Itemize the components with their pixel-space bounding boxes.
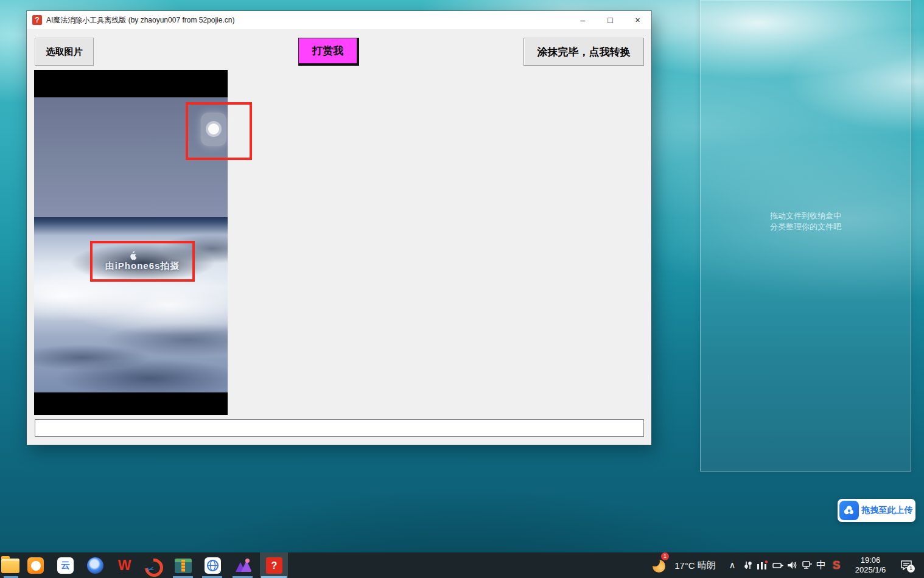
desktop-background: 拖动文件到收纳盒中 分类整理你的文件吧 拖拽至此上传 ? AI魔法消除小工具离线… — [0, 0, 924, 578]
clock-date: 2025/1/6 — [855, 565, 886, 575]
baidu-netdisk-icon — [839, 501, 859, 520]
audio-mixer-icon[interactable] — [741, 552, 755, 578]
blue-circle-browser-icon[interactable] — [87, 557, 103, 574]
taskbar: 云 W ✂ ? 17°C 晴朗 ∧ — [0, 552, 924, 578]
collection-box-panel[interactable]: 拖动文件到收纳盒中 分类整理你的文件吧 — [700, 0, 911, 472]
wps-office-icon[interactable]: W — [116, 557, 133, 574]
weather-moon-icon[interactable] — [653, 560, 665, 573]
globe-browser-icon[interactable] — [205, 557, 221, 574]
speaker-icon[interactable] — [785, 552, 800, 578]
collection-box-hint-line2: 分类整理你的文件吧 — [701, 221, 911, 232]
ime-indicator[interactable]: 中 — [814, 552, 828, 578]
weather-text[interactable]: 17°C 晴朗 — [671, 552, 719, 578]
weather-condition: 晴朗 — [698, 560, 716, 571]
close-button[interactable]: × — [624, 11, 651, 29]
app-icon: ? — [32, 15, 42, 25]
network-icon[interactable] — [800, 552, 814, 578]
smear-annotation-box-camera[interactable] — [186, 102, 252, 160]
file-path-input[interactable] — [35, 419, 644, 437]
minimize-button[interactable]: – — [569, 11, 597, 29]
app-window: ? AI魔法消除小工具离线版 (by zhaoyun007 from 52poj… — [27, 11, 651, 445]
convert-button[interactable]: 涂抹完毕，点我转换 — [523, 38, 644, 66]
notification-badge: 1 — [907, 565, 915, 573]
taskbar-clock[interactable]: 19:06 2025/1/6 — [849, 552, 892, 578]
screenshot-tool-icon[interactable]: ✂ — [145, 557, 162, 574]
smear-annotation-box-watermark[interactable] — [90, 241, 195, 282]
file-explorer-icon[interactable] — [1, 559, 19, 573]
weather-temp: 17°C — [674, 560, 695, 571]
clock-time: 19:06 — [861, 555, 881, 565]
zip-archiver-icon[interactable] — [175, 559, 192, 573]
photo-viewer-icon[interactable] — [235, 557, 251, 574]
donate-button[interactable]: 打赏我 — [298, 38, 359, 66]
ai-eraser-app-icon[interactable]: ? — [266, 557, 282, 574]
weather-badge: 1 — [661, 552, 669, 560]
collection-box-hint-line1: 拖动文件到收纳盒中 — [701, 211, 911, 221]
drag-upload-button[interactable]: 拖拽至此上传 — [838, 499, 915, 522]
maximize-button[interactable]: □ — [597, 11, 624, 29]
window-titlebar[interactable]: ? AI魔法消除小工具离线版 (by zhaoyun007 from 52poj… — [27, 11, 651, 29]
window-title: AI魔法消除小工具离线版 (by zhaoyun007 from 52pojie… — [46, 15, 234, 26]
tray-expand-chevron-icon[interactable]: ∧ — [726, 552, 739, 578]
drag-upload-label: 拖拽至此上传 — [859, 505, 915, 516]
cloud-yun-icon[interactable]: 云 — [57, 557, 74, 574]
photo-letterbox-bottom — [34, 392, 228, 415]
sogou-input-icon[interactable]: S — [829, 552, 844, 578]
collection-box-hint: 拖动文件到收纳盒中 分类整理你的文件吧 — [701, 211, 911, 232]
uc-browser-icon[interactable] — [27, 557, 44, 574]
signal-bars-icon[interactable] — [755, 552, 769, 578]
pen-device-icon[interactable] — [771, 552, 785, 578]
select-image-button[interactable]: 选取图片 — [35, 38, 94, 66]
